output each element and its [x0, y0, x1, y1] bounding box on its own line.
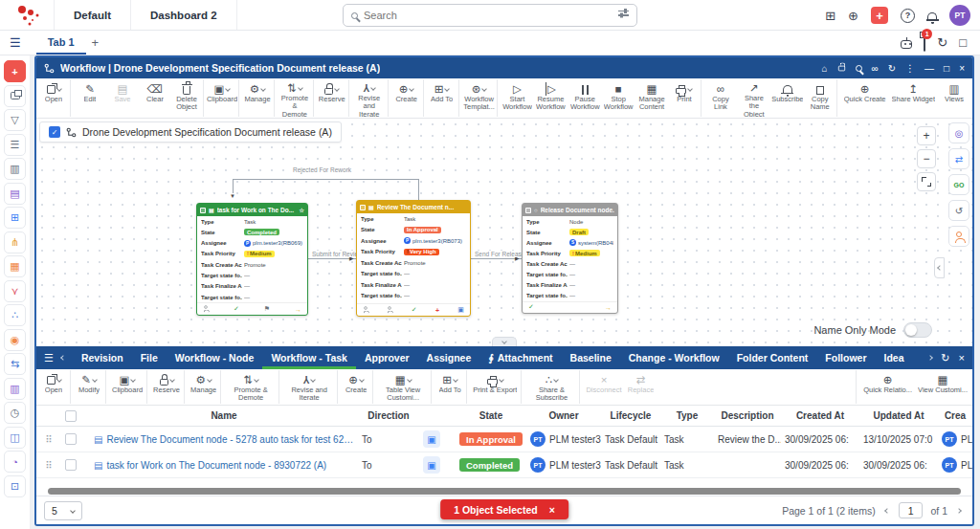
column-header[interactable]: Name [90, 406, 358, 426]
app-logo[interactable] [13, 4, 46, 27]
approver-icon[interactable] [389, 306, 391, 309]
search-filter-icon[interactable] [618, 14, 629, 16]
task-detail-icon[interactable]: ▣ [457, 306, 464, 314]
table-row[interactable]: ⠿ ▤Review The Document node - 5278 auto … [36, 427, 972, 452]
toolbar-button[interactable]: Print & Export [470, 370, 522, 404]
scrollbar-thumb[interactable] [48, 488, 961, 495]
assignee-icon[interactable] [204, 305, 207, 308]
related-tab[interactable]: File [132, 346, 167, 369]
sidebar-item[interactable]: ⊞ [4, 207, 26, 229]
selection-badge[interactable]: 1 Object Selected × [440, 499, 568, 519]
toolbar-button[interactable]: ⇅ Promote & Demote [278, 79, 314, 117]
page-size-select[interactable]: 5 [44, 501, 82, 520]
sidebar-item[interactable]: ◔ [4, 451, 26, 473]
top-menu-item[interactable]: Default [54, 0, 130, 30]
rail-collapse-handle[interactable] [934, 257, 945, 278]
notifications-icon[interactable] [927, 12, 937, 20]
toolbar-button[interactable]: ▤ Save [106, 79, 139, 117]
help-icon[interactable]: ? [901, 9, 915, 23]
toolbar-button[interactable]: ▦ View Customi... [915, 370, 970, 404]
select-all-checkbox[interactable] [65, 410, 77, 422]
related-tab[interactable]: Reference [913, 346, 922, 369]
workflow-canvas[interactable]: ✓ Drone Development Specification Docume… [36, 119, 972, 346]
sidebar-item[interactable]: ◷ [4, 402, 26, 424]
toolbar-button[interactable]: Y Revise and Iterate [352, 79, 389, 117]
complete-icon[interactable]: ✓ [234, 305, 239, 313]
minimize-icon[interactable]: — [924, 63, 934, 74]
related-tab[interactable]: Follower [816, 346, 875, 369]
related-tab[interactable]: Approver [356, 346, 418, 369]
page-input[interactable]: 1 [899, 502, 924, 518]
toolbar-button[interactable]: Y Revise and Iterate [282, 370, 338, 404]
reject-icon[interactable]: + [435, 307, 439, 314]
clipboard-tray-icon[interactable]: 1 [924, 34, 925, 52]
toolbar-button[interactable]: ▥ Views [938, 79, 970, 117]
drag-handle[interactable]: ⠿ [36, 427, 61, 452]
rail-tool-button[interactable]: ◎ [948, 122, 969, 143]
object-link[interactable]: Review The Document node - 5278 auto tas… [106, 434, 354, 445]
select-checkbox[interactable]: ✓ [49, 126, 60, 138]
link-icon[interactable]: ∞ [872, 63, 879, 74]
task-type-icon[interactable]: ▣ [423, 430, 440, 448]
toolbar-button[interactable]: ▣ Clipboard [109, 370, 147, 404]
task-type-icon[interactable]: ▣ [423, 456, 440, 474]
column-header[interactable]: Lifecycle [601, 406, 660, 426]
clear-selection-icon[interactable]: × [549, 504, 555, 516]
column-header[interactable]: Created At [781, 406, 859, 426]
column-header[interactable]: Updated At [859, 406, 938, 426]
tab-1[interactable]: Tab 1 [36, 31, 86, 55]
card-checkbox[interactable] [525, 208, 531, 213]
create-button[interactable]: + [871, 7, 888, 24]
star-icon[interactable]: ☆ [300, 207, 304, 213]
row-checkbox[interactable] [65, 433, 77, 445]
toolbar-button[interactable]: Reserve [150, 370, 185, 404]
sidebar-item[interactable]: ▽ [4, 109, 26, 131]
toolbar-button[interactable]: ⇅ Promote & Demote [224, 370, 279, 404]
home-icon[interactable]: ⌂ [822, 63, 828, 74]
column-header[interactable]: Type [660, 406, 714, 426]
zoom-in-button[interactable]: + [917, 126, 936, 145]
toolbar-button[interactable]: ▣ Clipboard [207, 79, 239, 117]
related-tab[interactable]: Assignee [418, 346, 480, 369]
assistant-icon[interactable] [901, 40, 912, 49]
forward-icon[interactable]: → [295, 306, 301, 313]
lock-icon[interactable] [837, 65, 844, 71]
toolbar-button[interactable]: × Disconnect [583, 370, 624, 404]
workflow-node-card[interactable]: ○ Release Document node... TypeNode Stat… [522, 203, 618, 314]
prev-page-button[interactable] [883, 507, 891, 515]
toolbar-button[interactable]: ✎ Modify [74, 370, 106, 404]
related-tab[interactable]: Baseline [562, 346, 620, 369]
related-tab[interactable]: Change - Workflow [620, 346, 728, 369]
toolbar-button[interactable]: ⚙ Manage [242, 79, 275, 117]
approve-icon[interactable]: ✓ [412, 306, 417, 314]
sidebar-item[interactable]: ⇆ [4, 353, 26, 375]
flag-icon[interactable]: ⚑ [264, 305, 270, 313]
toolbar-button[interactable]: ⇄ Replace [625, 370, 657, 404]
assignee-icon[interactable] [364, 306, 367, 309]
top-menu-item[interactable]: Dashboard 2 [130, 0, 237, 30]
more-options-icon[interactable]: ⋮ [905, 63, 915, 74]
maximize-icon[interactable]: □ [944, 63, 949, 74]
app-switcher-icon[interactable]: ⊞ [825, 9, 835, 23]
related-tab[interactable]: Workflow - Task [262, 346, 356, 369]
name-only-mode-toggle[interactable] [903, 322, 932, 338]
panel-close-icon[interactable]: × [959, 352, 965, 364]
layout-icon[interactable]: □ [959, 35, 967, 50]
column-header[interactable]: Direction [358, 406, 419, 426]
card-checkbox[interactable] [360, 205, 366, 210]
toolbar-button[interactable]: Open [38, 370, 71, 404]
sidebar-item[interactable]: + [4, 60, 26, 82]
table-row[interactable]: ⠿ ▤task for Work on The Document node - … [36, 452, 972, 478]
add-tab-button[interactable]: + [92, 35, 100, 50]
related-tab[interactable]: Idea [875, 346, 912, 369]
toolbar-button[interactable]: ↥ Share Widget [889, 79, 938, 117]
toolbar-button[interactable]: ∴ Share & Subscribe [524, 370, 580, 404]
toolbar-button[interactable]: ⊞ Add To [427, 79, 459, 117]
rail-tool-button[interactable] [948, 226, 969, 247]
panel-refresh-icon[interactable]: ↻ [941, 352, 949, 364]
close-icon[interactable]: × [959, 63, 965, 74]
sidebar-item[interactable]: ▦ [4, 255, 26, 277]
toolbar-button[interactable]: ⊕ Quick Create [841, 79, 889, 117]
toolbar-button[interactable]: Open [38, 79, 71, 117]
global-search[interactable] [343, 4, 637, 27]
